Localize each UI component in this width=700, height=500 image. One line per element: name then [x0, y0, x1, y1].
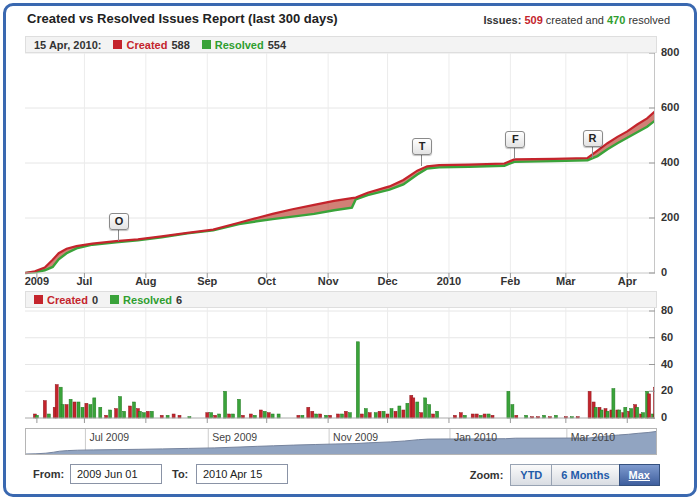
bar-created[interactable]: [43, 401, 46, 418]
bar-resolved[interactable]: [600, 410, 603, 418]
bar-created[interactable]: [420, 413, 423, 418]
flag-O[interactable]: O: [109, 213, 129, 230]
bar-resolved[interactable]: [348, 413, 351, 418]
bar-resolved[interactable]: [424, 398, 427, 418]
bar-resolved[interactable]: [224, 391, 227, 418]
zoom-button-6-months[interactable]: 6 Months: [551, 464, 619, 486]
bar-created[interactable]: [588, 391, 591, 418]
bar-created[interactable]: [368, 413, 371, 418]
bar-resolved[interactable]: [428, 405, 431, 418]
legend2-resolved-label[interactable]: Resolved: [123, 294, 172, 306]
bar-resolved[interactable]: [89, 405, 92, 418]
bar-resolved[interactable]: [594, 407, 597, 418]
bar-resolved[interactable]: [109, 410, 112, 418]
bar-created[interactable]: [337, 414, 340, 418]
resolved-series-line[interactable]: [25, 121, 655, 273]
bar-resolved[interactable]: [47, 414, 50, 418]
bar-resolved[interactable]: [630, 409, 633, 418]
bar-resolved[interactable]: [624, 407, 627, 418]
bar-resolved[interactable]: [232, 414, 235, 418]
bar-resolved[interactable]: [390, 409, 393, 418]
bar-created[interactable]: [206, 413, 209, 418]
flag-F[interactable]: F: [505, 131, 525, 148]
bar-resolved[interactable]: [356, 342, 359, 418]
bar-created[interactable]: [115, 409, 118, 418]
bar-resolved[interactable]: [507, 391, 510, 418]
bar-created[interactable]: [386, 414, 389, 418]
bar-resolved[interactable]: [315, 414, 318, 418]
bar-resolved[interactable]: [123, 411, 126, 418]
bar-resolved[interactable]: [138, 411, 141, 418]
flag-T[interactable]: T: [412, 138, 432, 155]
bar-created[interactable]: [311, 411, 314, 418]
bar-created[interactable]: [55, 385, 58, 418]
bar-created[interactable]: [146, 411, 149, 418]
bar-resolved[interactable]: [364, 409, 367, 418]
bar-created[interactable]: [65, 405, 68, 418]
zoom-button-max[interactable]: Max: [619, 464, 660, 486]
bar-created[interactable]: [402, 410, 405, 418]
bar-resolved[interactable]: [271, 414, 274, 418]
zoom-button-ytd[interactable]: YTD: [510, 464, 552, 486]
legend-created-label[interactable]: Created: [126, 39, 167, 51]
created-series-line[interactable]: [25, 111, 655, 273]
bar-created[interactable]: [648, 394, 651, 418]
bar-created[interactable]: [249, 414, 252, 418]
flag-R[interactable]: R: [583, 130, 603, 147]
bar-resolved[interactable]: [69, 399, 72, 418]
bar-created[interactable]: [475, 414, 478, 418]
bar-resolved[interactable]: [416, 402, 419, 418]
bar-resolved[interactable]: [133, 402, 136, 418]
bar-created[interactable]: [307, 407, 310, 418]
bar-resolved[interactable]: [487, 414, 490, 418]
bar-created[interactable]: [228, 414, 231, 418]
bar-created[interactable]: [483, 414, 486, 418]
bar-resolved[interactable]: [93, 398, 96, 418]
bar-created[interactable]: [412, 398, 415, 418]
bar-created[interactable]: [172, 414, 175, 418]
bar-resolved[interactable]: [81, 407, 84, 418]
bar-created[interactable]: [378, 411, 381, 418]
bar-resolved[interactable]: [511, 405, 514, 418]
bar-resolved[interactable]: [341, 414, 344, 418]
range-navigator[interactable]: Jul 2009Sep 2009Nov 2009Jan 2010Mar 2010: [25, 428, 657, 455]
bar-resolved[interactable]: [142, 413, 145, 418]
bar-created[interactable]: [267, 413, 270, 418]
bar-resolved[interactable]: [150, 411, 153, 418]
bar-resolved[interactable]: [398, 406, 401, 418]
bar-resolved[interactable]: [277, 414, 280, 418]
daily-bars-plot[interactable]: [25, 308, 655, 424]
bar-created[interactable]: [394, 411, 397, 418]
bar-resolved[interactable]: [606, 411, 609, 418]
bar-resolved[interactable]: [636, 407, 639, 418]
bar-created[interactable]: [259, 410, 262, 418]
bar-created[interactable]: [85, 403, 88, 418]
bar-created[interactable]: [471, 414, 474, 418]
bar-resolved[interactable]: [382, 411, 385, 418]
legend2-created-label[interactable]: Created: [47, 294, 88, 306]
bar-resolved[interactable]: [218, 414, 221, 418]
bar-resolved[interactable]: [612, 389, 615, 418]
to-date-input[interactable]: [196, 464, 288, 484]
legend-resolved-label[interactable]: Resolved: [215, 39, 264, 51]
bar-resolved[interactable]: [61, 405, 64, 418]
bar-resolved[interactable]: [618, 410, 621, 418]
bar-resolved[interactable]: [263, 411, 266, 418]
bar-resolved[interactable]: [119, 397, 122, 418]
bar-created[interactable]: [73, 402, 76, 418]
from-date-input[interactable]: [70, 464, 162, 484]
bar-resolved[interactable]: [210, 413, 213, 418]
bar-created[interactable]: [129, 406, 132, 418]
bar-resolved[interactable]: [374, 413, 377, 418]
bar-created[interactable]: [344, 411, 347, 418]
bar-resolved[interactable]: [99, 407, 102, 418]
bar-resolved[interactable]: [77, 402, 80, 418]
bar-resolved[interactable]: [436, 411, 439, 418]
bar-created[interactable]: [432, 414, 435, 418]
bar-resolved[interactable]: [238, 399, 241, 418]
bar-resolved[interactable]: [642, 413, 645, 418]
cumulative-chart-plot[interactable]: [25, 53, 655, 279]
bar-created[interactable]: [459, 413, 462, 418]
bar-created[interactable]: [360, 414, 363, 418]
bar-resolved[interactable]: [406, 403, 409, 418]
